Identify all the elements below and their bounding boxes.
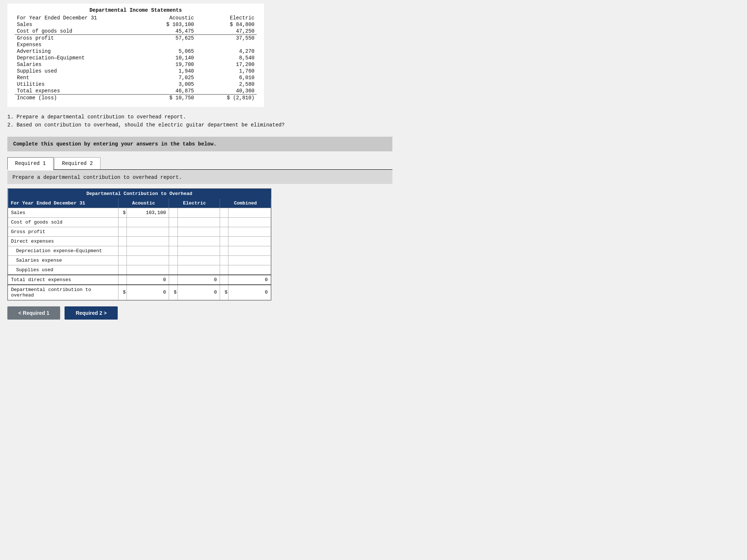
contribution-electric-value[interactable] (177, 285, 220, 300)
contribution-row: Total direct expenses (8, 275, 271, 285)
contribution-electric-value[interactable] (177, 265, 220, 275)
combined-input[interactable] (231, 239, 268, 244)
acoustic-input[interactable] (130, 210, 166, 215)
contribution-combined-value[interactable] (228, 236, 271, 246)
electric-input[interactable] (181, 220, 217, 225)
contribution-combined-value[interactable] (228, 285, 271, 300)
contribution-combined-dollar (220, 227, 228, 236)
contribution-acoustic-value[interactable] (127, 246, 169, 255)
contribution-row-label: Gross profit (8, 227, 118, 236)
income-row-label: Gross profit (15, 35, 136, 42)
contribution-acoustic-dollar (118, 236, 127, 246)
acoustic-input[interactable] (130, 258, 166, 263)
contribution-combined-value[interactable] (228, 227, 271, 236)
contribution-acoustic-dollar (118, 275, 127, 285)
contribution-acoustic-value[interactable] (127, 285, 169, 300)
for-year-col-header: For Year Ended December 31 (8, 199, 118, 208)
contribution-acoustic-dollar (118, 217, 127, 227)
combined-input[interactable] (231, 229, 268, 235)
income-row-label: Cost of goods sold (15, 28, 136, 35)
income-row-electric: 2,580 (196, 81, 257, 88)
contribution-row: Sales$ (8, 208, 271, 217)
income-row-acoustic: 1,940 (136, 68, 196, 74)
contribution-electric-value[interactable] (177, 208, 220, 217)
contribution-combined-value[interactable] (228, 246, 271, 255)
income-row-electric: 47,250 (196, 28, 257, 35)
contribution-acoustic-value[interactable] (127, 208, 169, 217)
contribution-electric-value[interactable] (177, 236, 220, 246)
tab-required2[interactable]: Required 2 (54, 157, 100, 169)
contribution-electric-value[interactable] (177, 255, 220, 265)
electric-input[interactable] (181, 258, 217, 263)
acoustic-input[interactable] (130, 248, 166, 254)
contribution-electric-value[interactable] (177, 217, 220, 227)
income-row: Total expenses 46,875 40,360 (15, 88, 257, 95)
contribution-acoustic-dollar (118, 246, 127, 255)
income-row: Gross profit 57,625 37,550 (15, 35, 257, 42)
combined-input[interactable] (231, 248, 268, 254)
income-row-label: Utilities (15, 81, 136, 88)
income-row: Depreciation—Equipment 10,140 8,540 (15, 55, 257, 61)
contribution-row-label: Total direct expenses (8, 275, 118, 285)
income-row: Sales $ 103,100 $ 84,800 (15, 21, 257, 28)
acoustic-input[interactable] (130, 239, 166, 244)
income-row-electric: 40,360 (196, 88, 257, 95)
electric-input[interactable] (181, 229, 217, 235)
contribution-combined-value[interactable] (228, 217, 271, 227)
acoustic-input[interactable] (130, 290, 166, 295)
contribution-row: Depreciation expense—Equipment (8, 246, 271, 255)
contribution-acoustic-dollar (118, 265, 127, 275)
contribution-combined-dollar (220, 217, 228, 227)
prev-button[interactable]: < Required 1 (7, 306, 60, 320)
tab-required1[interactable]: Required 1 (7, 157, 54, 170)
contribution-combined-value[interactable] (228, 255, 271, 265)
income-row-acoustic: 5,065 (136, 48, 196, 55)
contribution-electric-value[interactable] (177, 227, 220, 236)
combined-input[interactable] (231, 290, 268, 295)
income-row-label: Income (loss) (15, 95, 136, 102)
contribution-combined-value[interactable] (228, 265, 271, 275)
electric-input[interactable] (181, 239, 217, 244)
acoustic-input[interactable] (130, 229, 166, 235)
contribution-acoustic-value[interactable] (127, 217, 169, 227)
combined-input[interactable] (231, 220, 268, 225)
electric-input[interactable] (181, 290, 217, 295)
income-row: Rent 7,025 6,010 (15, 74, 257, 81)
contribution-combined-value[interactable] (228, 275, 271, 285)
electric-input[interactable] (181, 210, 217, 215)
prepare-label: Prepare a departmental contribution to o… (7, 171, 392, 184)
acoustic-input[interactable] (130, 220, 166, 225)
contribution-combined-dollar (220, 236, 228, 246)
next-button[interactable]: Required 2 > (65, 306, 117, 320)
acoustic-input[interactable] (130, 277, 166, 283)
income-row-acoustic (136, 41, 196, 48)
contribution-acoustic-value[interactable] (127, 227, 169, 236)
contribution-electric-value[interactable] (177, 246, 220, 255)
combined-input[interactable] (231, 267, 268, 273)
income-row-label: Sales (15, 21, 136, 28)
electric-input[interactable] (181, 277, 217, 283)
combined-input[interactable] (231, 277, 268, 283)
combined-input[interactable] (231, 258, 268, 263)
electric-input[interactable] (181, 267, 217, 273)
combined-input[interactable] (231, 210, 268, 215)
income-row-acoustic: 7,025 (136, 74, 196, 81)
acoustic-header: Acoustic (136, 15, 196, 21)
electric-input[interactable] (181, 248, 217, 254)
contribution-combined-dollar: $ (220, 285, 228, 300)
contribution-combined-value[interactable] (228, 208, 271, 217)
contribution-combined-dollar (220, 265, 228, 275)
tabs-container: Required 1 Required 2 (7, 157, 392, 170)
contribution-acoustic-value[interactable] (127, 275, 169, 285)
income-row-acoustic: 46,875 (136, 88, 196, 95)
income-row-electric (196, 41, 257, 48)
income-row-acoustic: $ 103,100 (136, 21, 196, 28)
contribution-acoustic-value[interactable] (127, 265, 169, 275)
contribution-electric-value[interactable] (177, 275, 220, 285)
income-statement-title: Departmental Income Statements (15, 7, 257, 13)
contribution-acoustic-value[interactable] (127, 236, 169, 246)
contribution-row: Gross profit (8, 227, 271, 236)
contribution-electric-dollar (169, 246, 177, 255)
contribution-acoustic-value[interactable] (127, 255, 169, 265)
acoustic-input[interactable] (130, 267, 166, 273)
